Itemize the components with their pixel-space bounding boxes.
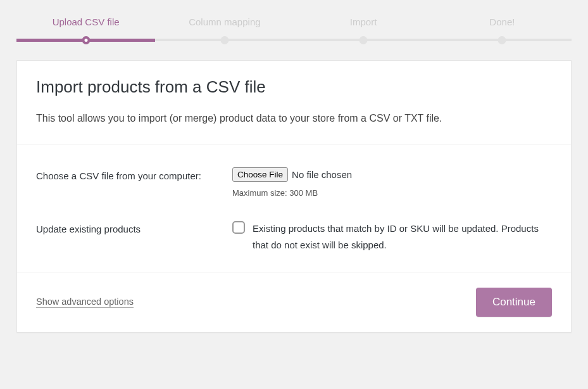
file-input[interactable]: Choose File No file chosen [232,167,552,182]
step-dot-1 [82,36,90,44]
page-description: This tool allows you to import (or merge… [36,111,552,126]
card-body: Choose a CSV file from your computer: Ch… [17,144,571,272]
step-dot-3 [360,36,368,44]
progress-track [16,39,572,41]
update-existing-help: Existing products that match by ID or SK… [253,220,552,254]
max-size-hint: Maximum size: 300 MB [232,188,552,198]
file-status: No file chosen [292,169,352,180]
step-dot-2 [220,36,228,44]
step-dot-4 [498,36,506,44]
card-footer: Show advanced options Continue [17,272,571,332]
update-existing-checkbox[interactable] [232,221,245,234]
row-choose-file: Choose a CSV file from your computer: Ch… [36,156,552,209]
import-card: Import products from a CSV file This too… [16,60,572,333]
choose-file-button[interactable]: Choose File [232,167,288,182]
card-header: Import products from a CSV file This too… [17,61,571,144]
advanced-options-link[interactable]: Show advanced options [36,297,134,308]
update-existing-label: Update existing products [36,220,232,238]
choose-file-label: Choose a CSV file from your computer: [36,167,232,184]
row-update-existing: Update existing products Existing produc… [36,209,552,265]
page-title: Import products from a CSV file [36,77,552,97]
wizard-progress: Upload CSV file Column mapping Import Do… [16,16,572,41]
continue-button[interactable]: Continue [476,288,552,317]
